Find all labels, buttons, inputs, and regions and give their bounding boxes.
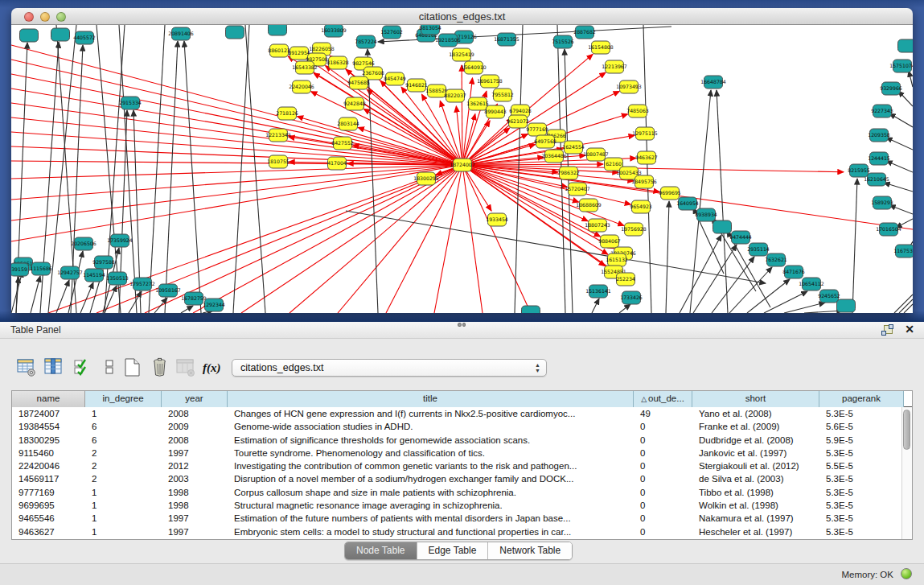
citation-edge-black[interactable] [233, 25, 249, 313]
citation-edge-red[interactable] [289, 137, 462, 165]
network-node[interactable]: 7632621 [765, 253, 787, 266]
citation-edge-red[interactable] [241, 165, 462, 313]
network-node[interactable]: 16543382 [292, 61, 318, 74]
network-hub-node[interactable]: 18724007 [450, 159, 475, 171]
network-node[interactable]: 17016504 [876, 223, 901, 236]
table-row[interactable]: 969969511998Structural magnetic resonanc… [12, 499, 912, 512]
citation-edge-black[interactable] [747, 279, 790, 313]
network-node[interactable]: 16210645 [864, 173, 889, 186]
network-node[interactable]: 12213967 [602, 60, 627, 73]
network-node[interactable]: 2887682 [573, 26, 596, 39]
network-node[interactable]: 9654923 [630, 200, 652, 213]
network-node[interactable]: 2718126 [276, 107, 298, 120]
network-node[interactable]: 9777169 [526, 123, 548, 136]
network-node[interactable]: 8938934 [695, 208, 717, 221]
network-node[interactable]: 17957272 [129, 278, 155, 290]
network-node[interactable]: 417004 [327, 157, 347, 170]
table-options-icon[interactable] [16, 357, 37, 378]
network-node[interactable]: 1244415 [868, 152, 890, 165]
citation-edge-black[interactable] [886, 138, 913, 150]
network-node[interactable]: 19218506 [435, 34, 461, 47]
citation-edge-black[interactable] [886, 161, 913, 172]
window-titlebar[interactable]: citations_edges.txt [11, 8, 913, 25]
network-node[interactable]: 6497568 [534, 135, 556, 148]
vertical-scrollbar[interactable] [901, 407, 912, 539]
network-node[interactable]: 16154808 [588, 41, 614, 54]
network-node[interactable]: 16648784 [700, 76, 726, 89]
column-header-name[interactable]: name [12, 391, 85, 407]
split-view-icon[interactable] [100, 357, 121, 378]
citation-edge-black[interactable] [149, 25, 165, 313]
splitter-handle-icon[interactable] [458, 323, 466, 327]
network-node[interactable]: 2915334 [119, 97, 142, 109]
network-node[interactable] [522, 306, 540, 313]
row-selection-icon[interactable] [72, 357, 93, 378]
network-node[interactable]: 15640910 [461, 61, 487, 74]
network-node[interactable]: 39159 [11, 263, 29, 276]
citation-edge-black[interactable] [245, 25, 265, 313]
network-node[interactable]: 12975115 [632, 127, 658, 140]
network-node[interactable]: 15751074 [889, 60, 913, 72]
citation-edge-red[interactable] [297, 117, 462, 165]
network-node[interactable]: 9699695 [659, 187, 681, 200]
network-node[interactable]: 10688609 [576, 199, 602, 212]
network-node[interactable]: 8860123 [268, 44, 290, 57]
citation-edge-black[interactable] [889, 113, 913, 127]
network-node[interactable]: 17359924 [107, 234, 133, 247]
citation-edge-red[interactable] [193, 165, 462, 313]
table-row[interactable]: 1456911722003Disruption of a novel membe… [12, 472, 912, 485]
network-node[interactable]: 20364486 [541, 150, 567, 163]
network-node[interactable]: 1933454 [486, 213, 508, 226]
citation-edge-red[interactable] [145, 165, 462, 313]
close-panel-icon[interactable]: ✕ [905, 323, 914, 336]
network-node[interactable]: 1615132 [606, 253, 628, 266]
table-selector-dropdown[interactable]: citations_edges.txt ▲▼ [232, 359, 547, 377]
column-header-pagerank[interactable]: pagerank [819, 391, 904, 407]
citation-edge-red[interactable] [11, 74, 462, 165]
network-node[interactable] [898, 39, 914, 52]
network-node[interactable]: 9884067 [598, 235, 621, 248]
new-column-icon[interactable] [122, 357, 143, 378]
table-row[interactable]: 1872400712008Changes of HCN gene express… [12, 407, 912, 420]
table-row[interactable]: 977716911998Corpus callosum shape and si… [12, 486, 912, 499]
network-node[interactable]: 2803144 [337, 117, 359, 130]
citation-edge-black[interactable] [784, 303, 825, 313]
network-node[interactable]: 1624554 [562, 141, 585, 154]
network-node[interactable]: 4405572 [73, 31, 96, 44]
citation-edge-red[interactable] [434, 165, 462, 313]
network-node[interactable]: 8215955 [848, 164, 870, 177]
network-node[interactable]: 9474444 [729, 231, 752, 244]
citation-edge-black[interactable] [712, 257, 754, 313]
column-header-in_degree[interactable]: in_degree [85, 391, 162, 407]
column-visibility-icon[interactable] [43, 357, 64, 378]
network-node[interactable]: 12213343 [265, 129, 291, 142]
table-row[interactable]: 946362711997Embryonic stem cells: a mode… [12, 525, 912, 538]
citation-edge-black[interactable] [666, 201, 669, 313]
citation-edge-black[interactable] [643, 25, 651, 313]
network-svg[interactable]: 4405572208914061603380978572241527602646… [11, 25, 913, 313]
network-node[interactable]: 10654112 [799, 278, 824, 290]
citation-edge-black[interactable] [165, 41, 178, 313]
network-node[interactable]: 1350513 [106, 272, 129, 285]
network-node[interactable]: 19756928 [621, 223, 647, 236]
network-node[interactable]: 18300295 [413, 172, 439, 185]
citation-edge-black[interactable] [619, 304, 630, 313]
network-node[interactable]: 1810755 [267, 155, 290, 168]
tab-network-table[interactable]: Network Table [488, 542, 572, 559]
column-header-out_de[interactable]: △out_de... [634, 391, 692, 407]
network-canvas[interactable]: 4405572208914061603380978572241527602646… [11, 25, 913, 313]
network-node[interactable]: 7857224 [355, 35, 377, 48]
network-node[interactable]: 1733426 [620, 291, 643, 304]
network-node[interactable]: 10958167 [155, 284, 181, 297]
citation-edge-red[interactable] [462, 165, 844, 172]
citation-edge-black[interactable] [184, 41, 201, 313]
network-node[interactable]: 8813054 [419, 25, 441, 35]
network-node[interactable]: 7485063 [626, 105, 649, 117]
network-node[interactable]: 7986322 [557, 167, 580, 179]
network-node[interactable]: 9242848 [343, 97, 366, 110]
network-node[interactable]: 1209358 [868, 129, 890, 142]
tab-edge-table[interactable]: Edge Table [417, 542, 489, 559]
float-panel-icon[interactable] [881, 324, 893, 335]
citation-edge-black[interactable] [894, 295, 913, 313]
citation-edge-black[interactable] [565, 49, 573, 313]
